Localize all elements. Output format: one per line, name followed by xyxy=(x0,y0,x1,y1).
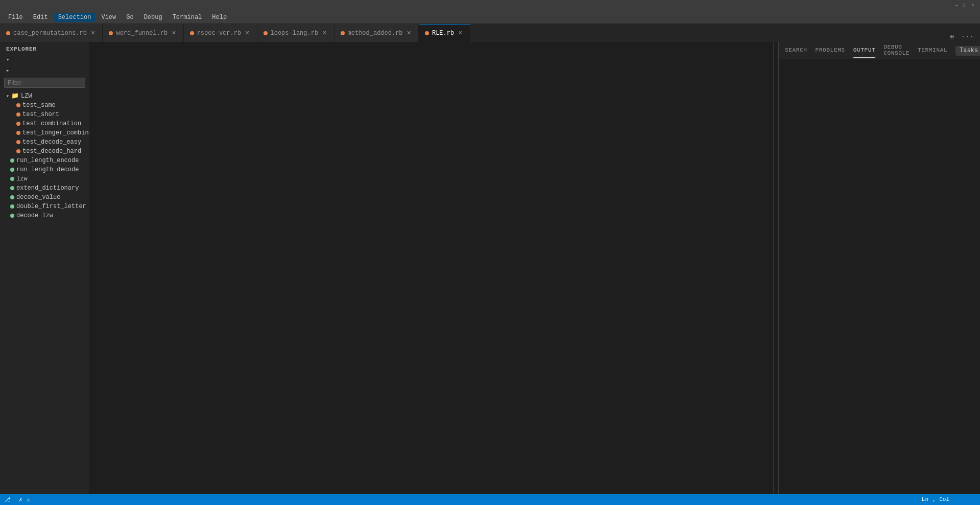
sidebar-item-lzw-root[interactable]: ▾ 📁 LZW xyxy=(0,91,89,101)
sidebar-item-test-decode-easy[interactable]: test_decode_easy xyxy=(0,137,89,147)
sidebar-item-decode-lzw[interactable]: decode_lzw xyxy=(0,211,89,220)
sidebar-item-label: test_longer_combination xyxy=(22,129,89,136)
sidebar-item-double-first-letter[interactable]: double_first_letter xyxy=(0,202,89,211)
line-numbers xyxy=(89,42,115,494)
sidebar-item-label: decode_lzw xyxy=(16,212,53,219)
menu-debug[interactable]: Debug xyxy=(140,13,166,22)
fn-dot xyxy=(10,186,14,190)
fn-dot xyxy=(10,195,14,199)
panel-tab-problems[interactable]: PROBLEMS xyxy=(816,43,845,58)
close-icon[interactable]: × xyxy=(244,29,250,37)
sidebar-item-test-same[interactable]: test_same xyxy=(0,101,89,110)
method-dot xyxy=(16,131,20,135)
sidebar-item-run-length-decode[interactable]: run_length_decode xyxy=(0,165,89,174)
menu-selection[interactable]: Selection xyxy=(54,13,95,22)
tab-rle[interactable]: RLE.rb × xyxy=(419,24,470,42)
tab-label: case_permutations.rb xyxy=(13,30,87,37)
fn-dot xyxy=(10,204,14,209)
main-layout: Explorer ▾ ▸ ▾ 📁 LZW test_same test_ xyxy=(0,42,980,494)
panel-tab-terminal[interactable]: TERMINAL xyxy=(918,43,947,58)
sidebar: Explorer ▾ ▸ ▾ 📁 LZW test_same test_ xyxy=(0,42,89,494)
code-editor[interactable] xyxy=(89,42,778,494)
cursor-position[interactable]: Ln , Col xyxy=(922,496,951,502)
method-dot xyxy=(16,140,20,144)
panel-tab-search[interactable]: SEARCH xyxy=(785,43,807,58)
tab-word-funnel[interactable]: word_funnel.rb × xyxy=(103,24,183,42)
close-btn[interactable]: × xyxy=(970,3,976,9)
tab-dot xyxy=(190,31,194,35)
sidebar-workspace-label[interactable]: ▾ xyxy=(0,54,89,65)
tab-dot xyxy=(109,31,113,35)
tab-label: loops-lang.rb xyxy=(271,30,319,37)
sidebar-item-label: test_combination xyxy=(22,120,81,127)
minimize-btn[interactable]: — xyxy=(953,3,960,9)
sidebar-item-label: decode_value xyxy=(16,194,60,201)
sidebar-item-label: lzw xyxy=(16,175,28,182)
tab-label: RLE.rb xyxy=(432,30,454,37)
sidebar-item-label: test_decode_easy xyxy=(22,139,81,146)
status-right: Ln , Col xyxy=(922,496,976,502)
tasks-dropdown[interactable]: Tasks ▾ xyxy=(955,46,980,56)
sidebar-item-label: test_short xyxy=(22,111,59,118)
tasks-label: Tasks xyxy=(960,47,978,54)
sidebar-item-test-combination[interactable]: test_combination xyxy=(0,119,89,128)
more-actions-btn[interactable]: ··· xyxy=(959,32,976,42)
sidebar-tree: ▾ 📁 LZW test_same test_short test_combin… xyxy=(0,90,89,494)
close-icon[interactable]: × xyxy=(90,29,96,37)
tab-case-permutations[interactable]: case_permutations.rb × xyxy=(0,24,103,42)
menu-bar: File Edit Selection View Go Debug Termin… xyxy=(0,11,980,24)
close-icon[interactable]: × xyxy=(406,29,412,37)
fn-dot xyxy=(10,177,14,181)
tab-rspec-vcr[interactable]: rspec-vcr.rb × xyxy=(184,24,257,42)
tab-label: rspec-vcr.rb xyxy=(197,30,241,37)
menu-file[interactable]: File xyxy=(4,13,27,22)
window-controls[interactable]: — □ × xyxy=(953,3,976,9)
right-panel: SEARCH PROBLEMS OUTPUT DEBUG CONSOLE TER… xyxy=(778,42,980,494)
tab-bar: case_permutations.rb × word_funnel.rb × … xyxy=(0,24,980,42)
sidebar-item-run-length-encode[interactable]: run_length_encode xyxy=(0,156,89,165)
menu-terminal[interactable]: Terminal xyxy=(169,13,206,22)
method-dot xyxy=(16,112,20,117)
menu-edit[interactable]: Edit xyxy=(29,13,52,22)
sidebar-item-lzw[interactable]: lzw xyxy=(0,174,89,183)
close-icon[interactable]: × xyxy=(321,29,327,37)
menu-help[interactable]: Help xyxy=(208,13,231,22)
chevron-down-icon: ▾ xyxy=(6,93,9,99)
tab-loops-lang[interactable]: loops-lang.rb × xyxy=(257,24,334,42)
sidebar-outline-label[interactable]: ▸ xyxy=(0,65,89,76)
maximize-btn[interactable]: □ xyxy=(962,3,968,9)
git-icon: ⎇ xyxy=(4,496,11,503)
panel-tab-debug-console[interactable]: DEBUG CONSOLE xyxy=(883,42,910,61)
tab-method-added[interactable]: method_added.rb × xyxy=(334,24,419,42)
chevron-right-icon: ▸ xyxy=(6,67,10,74)
split-editor-btn[interactable]: ⊞ xyxy=(947,31,955,42)
sidebar-item-test-longer-combination[interactable]: test_longer_combination xyxy=(0,128,89,137)
tab-dot xyxy=(425,31,429,35)
sidebar-item-label: run_length_encode xyxy=(16,157,79,164)
git-branch[interactable]: ⎇ xyxy=(4,496,13,503)
sidebar-item-test-short[interactable]: test_short xyxy=(0,110,89,119)
menu-view[interactable]: View xyxy=(97,13,120,22)
sidebar-item-extend-dictionary[interactable]: extend_dictionary xyxy=(0,183,89,193)
sidebar-item-label: double_first_letter xyxy=(16,203,86,210)
title-bar: — □ × xyxy=(0,0,980,11)
filter-input[interactable] xyxy=(4,78,85,88)
close-icon[interactable]: × xyxy=(457,29,463,37)
error-count[interactable]: ✗ ⚠ xyxy=(19,496,32,503)
code-content[interactable] xyxy=(115,42,773,494)
tab-dot xyxy=(264,31,268,35)
sidebar-item-label: run_length_decode xyxy=(16,166,79,173)
panel-tab-output[interactable]: OUTPUT xyxy=(853,43,876,58)
tab-dot xyxy=(6,31,10,35)
sidebar-header: Explorer xyxy=(0,42,89,54)
method-dot xyxy=(16,122,20,126)
minimap xyxy=(773,42,778,494)
fn-dot xyxy=(10,168,14,172)
method-dot xyxy=(16,103,20,107)
sidebar-item-decode-value[interactable]: decode_value xyxy=(0,193,89,202)
close-icon[interactable]: × xyxy=(171,29,177,37)
editor-area xyxy=(89,42,778,494)
menu-go[interactable]: Go xyxy=(122,13,137,22)
warning-icon: ⚠ xyxy=(27,496,30,503)
sidebar-item-test-decode-hard[interactable]: test_decode_hard xyxy=(0,147,89,156)
